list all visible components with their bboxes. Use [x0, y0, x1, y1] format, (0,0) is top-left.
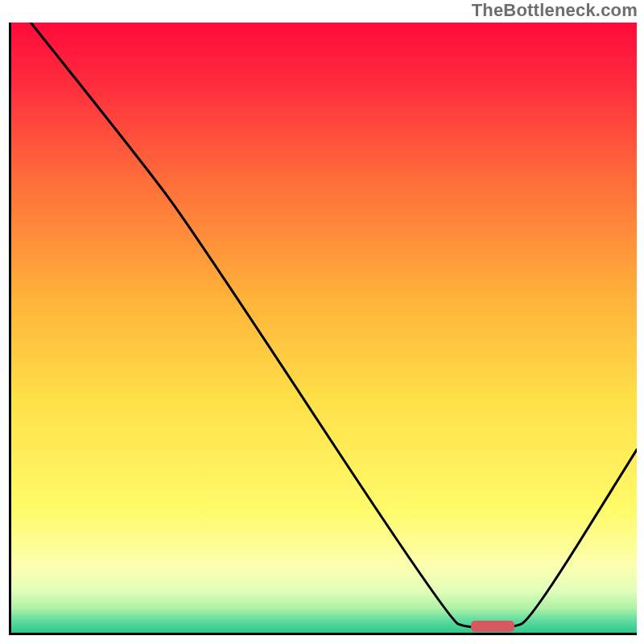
chart-frame: [9, 23, 637, 635]
axes-frame: [9, 23, 637, 635]
watermark-text: TheBottleneck.com: [472, 0, 638, 21]
